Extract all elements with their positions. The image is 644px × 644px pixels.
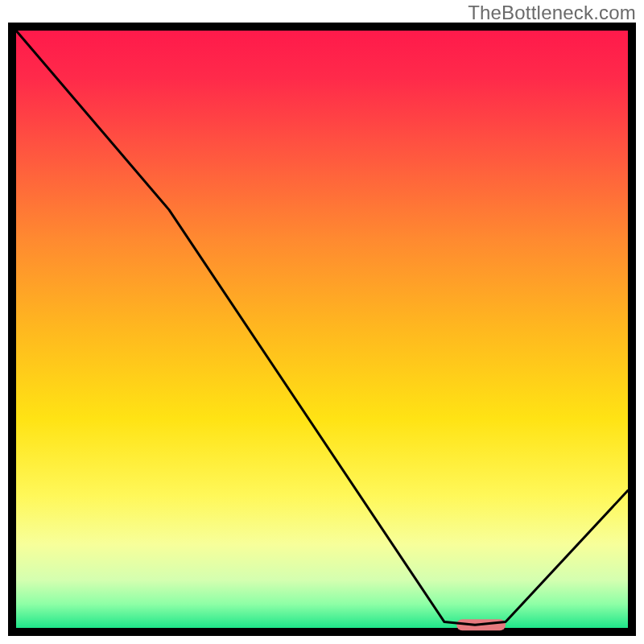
bottleneck-chart <box>8 23 636 636</box>
watermark-label: TheBottleneck.com <box>468 2 636 24</box>
chart-frame: TheBottleneck.com <box>0 0 644 644</box>
plot-area <box>8 23 636 636</box>
gradient-background <box>16 31 628 628</box>
